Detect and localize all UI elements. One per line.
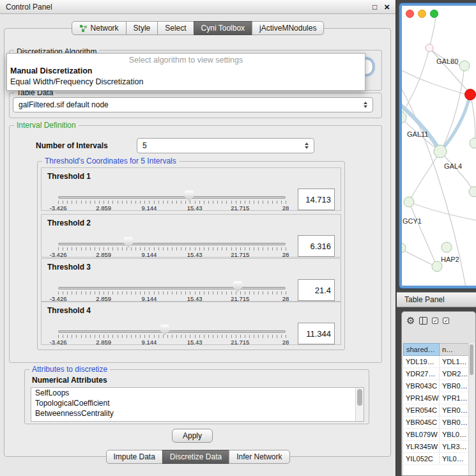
table-panel-titlebar: Table Panel (397, 292, 476, 307)
cell[interactable]: YLR3… (440, 441, 470, 452)
node-gal4[interactable] (434, 145, 447, 158)
threshold-panel-4: Threshold 4 -3.426 2.859 9.144 15.43 21.… (41, 302, 341, 345)
tab-select[interactable]: Select (157, 21, 194, 35)
tab-label: Impute Data (113, 450, 155, 464)
scrollbar-thumb[interactable] (357, 389, 362, 406)
node-label-hap2: HAP2 (441, 256, 459, 263)
gear-icon[interactable]: ⚙ (406, 316, 415, 325)
table-scrollbar[interactable] (468, 343, 475, 475)
list-item[interactable]: SelfLoops (31, 388, 364, 398)
table-row[interactable]: YPR145W YPR1… (403, 392, 470, 404)
tab-infer-network[interactable]: Infer Network (229, 450, 289, 464)
select-all-checkbox-icon[interactable]: ✓ (432, 318, 438, 324)
network-canvas[interactable]: GAL80 GAL11 GAL4 GCY1 HAP2 (402, 6, 476, 286)
bottom-tab-bar: Impute Data Discretize Data Infer Networ… (105, 450, 289, 464)
numerical-attributes-list: SelfLoops TopologicalCoefficient Between… (31, 387, 364, 422)
threshold-1-value-field[interactable]: 14.713 (298, 188, 335, 210)
cell[interactable]: YBL079W (403, 429, 440, 440)
cell[interactable]: YER054C (403, 404, 440, 416)
cell[interactable]: YBL0… (440, 429, 470, 440)
slider-thumb[interactable] (160, 325, 169, 335)
tab-discretize-data[interactable]: Discretize Data (162, 450, 229, 464)
slider-track[interactable] (58, 196, 286, 199)
slider-thumb[interactable] (185, 190, 194, 201)
table-row[interactable]: YLR345W YLR3… (403, 441, 470, 453)
scale-label: 28 (282, 251, 289, 258)
list-item[interactable]: BetweennessCentrality (31, 408, 364, 418)
node[interactable] (426, 44, 433, 52)
tab-label: Infer Network (236, 450, 282, 464)
close-icon[interactable]: × (384, 2, 390, 12)
scale-label: 15.43 (187, 204, 203, 211)
table-row[interactable]: YDL19… YDL1… (403, 356, 470, 368)
cell[interactable]: YER0… (440, 404, 470, 416)
cell[interactable]: YPR1… (440, 392, 470, 404)
table-row[interactable]: YBL079W YBL0… (403, 429, 470, 441)
node[interactable] (459, 61, 470, 71)
table-row[interactable]: YDR27… YDR2… (403, 368, 470, 380)
column-header-shared-name[interactable]: shared… (403, 343, 440, 356)
slider-track[interactable] (58, 287, 286, 289)
number-of-intervals-combobox[interactable]: 5 (137, 138, 314, 153)
selected-node[interactable] (465, 89, 476, 100)
threshold-3-value-field[interactable]: 21.4 (298, 279, 335, 301)
cell[interactable]: YDR27… (403, 368, 440, 380)
threshold-2-value-field[interactable]: 6.316 (298, 235, 335, 257)
threshold-panel-2: Threshold 2 -3.426 2.859 9.144 15.43 21.… (41, 214, 341, 257)
tab-label: Style (134, 21, 151, 35)
tab-style[interactable]: Style (126, 21, 158, 35)
node[interactable] (469, 187, 476, 197)
tab-network[interactable]: Network (72, 21, 127, 35)
slider-thumb[interactable] (233, 281, 242, 292)
zoom-traffic-icon[interactable] (430, 10, 438, 18)
cell[interactable]: YLR345W (403, 441, 440, 452)
cell[interactable]: YDR2… (440, 368, 470, 380)
list-scrollbar[interactable] (355, 388, 364, 421)
tab-impute-data[interactable]: Impute Data (105, 450, 162, 464)
select-none-checkbox-icon[interactable]: ✓ (443, 318, 449, 324)
apply-button[interactable]: Apply (172, 429, 213, 443)
columns-icon[interactable] (419, 317, 427, 325)
scale-label: 28 (282, 339, 289, 346)
threshold-4-value-field[interactable]: 11.344 (298, 323, 335, 344)
float-window-icon[interactable]: □ (372, 3, 377, 11)
node-gcy1[interactable] (404, 197, 414, 207)
table-row[interactable]: YER054C YER0… (403, 404, 470, 417)
cell[interactable]: YPR145W (403, 392, 440, 404)
cell[interactable]: YBR0… (440, 417, 470, 428)
table-row[interactable]: YBR043C YBR0… (403, 380, 470, 392)
list-item[interactable]: TopologicalCoefficient (31, 398, 364, 408)
table-data-value: galFiltered.sif default node (19, 100, 109, 109)
node[interactable] (402, 112, 406, 123)
cell[interactable]: YIL0… (440, 453, 470, 464)
threshold-2-label: Threshold 2 (47, 219, 91, 227)
cell[interactable]: YBR045C (403, 417, 440, 428)
cell[interactable]: YBR0… (440, 380, 470, 392)
scale-label: 15.43 (187, 251, 203, 258)
cell[interactable]: YDL19… (403, 356, 440, 367)
table-panel-window: ⚙ ✓ ✓ shared… n… YDL19… YDL1… YDR27… YDR… (401, 311, 476, 476)
algorithm-option-equal-width[interactable]: Equal Width/Frequency Discretization (7, 77, 365, 88)
slider-track[interactable] (58, 243, 286, 245)
tab-jactivemnodules[interactable]: jActiveMNodules (252, 21, 324, 35)
spinner-arrows-icon (364, 102, 367, 108)
table-body: YDL19… YDL1… YDR27… YDR2… YBR043C YBR0… … (403, 356, 470, 475)
node-label-gcy1: GCY1 (403, 217, 422, 225)
network-nodes[interactable] (402, 44, 476, 272)
table-data-combobox[interactable]: galFiltered.sif default node (13, 97, 373, 112)
minimize-traffic-icon[interactable] (418, 10, 426, 18)
algorithm-option-manual[interactable]: Manual Discretization (7, 66, 365, 77)
node[interactable] (470, 138, 476, 148)
cell[interactable]: YDL1… (440, 356, 470, 367)
scrollbar-thumb[interactable] (470, 344, 473, 375)
slider-thumb[interactable] (124, 237, 133, 248)
cell[interactable]: YIL052C (403, 453, 440, 464)
cell[interactable]: YBR043C (403, 380, 440, 392)
column-header-name[interactable]: n… (440, 343, 470, 356)
tab-cyni-toolbox[interactable]: Cyni Toolbox (194, 21, 252, 35)
node-hap2[interactable] (441, 242, 452, 252)
table-row[interactable]: YBR045C YBR0… (403, 417, 470, 429)
close-traffic-icon[interactable] (406, 10, 414, 18)
slider-track[interactable] (58, 330, 286, 333)
table-row[interactable]: YIL052C YIL0… (403, 453, 470, 465)
